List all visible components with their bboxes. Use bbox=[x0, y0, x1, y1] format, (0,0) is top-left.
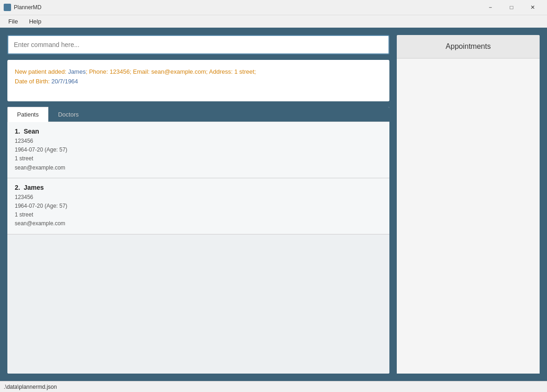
patient-item-2[interactable]: 2. James 123456 1964-07-20 (Age: 57) 1 s… bbox=[7, 178, 389, 234]
command-input[interactable] bbox=[7, 35, 389, 54]
patient-address-1: 1 street bbox=[15, 154, 382, 163]
patient-phone-2: 123456 bbox=[15, 193, 382, 202]
patient-email-1: sean@example.com bbox=[15, 164, 382, 172]
appointments-header: Appointments bbox=[397, 35, 540, 59]
notification-details: ; Phone: 123456; Email: sean@example.com… bbox=[86, 68, 256, 75]
notification-box: New patient added: James; Phone: 123456;… bbox=[7, 60, 389, 101]
close-button[interactable]: ✕ bbox=[522, 0, 543, 15]
menubar: File Help bbox=[0, 15, 547, 28]
patient-dob-2: 1964-07-20 (Age: 57) bbox=[15, 202, 382, 211]
right-panel: Appointments bbox=[397, 35, 540, 374]
tabs-area: Patients Doctors 1. Sean 123456 1964-07-… bbox=[7, 107, 389, 374]
patient-email-2: sean@example.com bbox=[15, 219, 382, 228]
patient-phone-1: 123456 bbox=[15, 137, 382, 146]
main-content: New patient added: James; Phone: 123456;… bbox=[0, 28, 547, 381]
patient-dob-1: 1964-07-20 (Age: 57) bbox=[15, 146, 382, 154]
tab-patients[interactable]: Patients bbox=[7, 107, 48, 122]
notification-prefix: New patient added: bbox=[15, 68, 68, 75]
titlebar-left: PlannerMD bbox=[4, 4, 41, 11]
app-icon bbox=[4, 4, 11, 11]
titlebar: PlannerMD − □ ✕ bbox=[0, 0, 547, 15]
menu-help[interactable]: Help bbox=[24, 16, 46, 27]
notification-text: New patient added: James; Phone: 123456;… bbox=[15, 67, 382, 87]
patient-address-2: 1 street bbox=[15, 211, 382, 219]
titlebar-title: PlannerMD bbox=[14, 4, 41, 11]
notification-dob-label: Date of Birth: bbox=[15, 78, 51, 85]
patient-item-1[interactable]: 1. Sean 123456 1964-07-20 (Age: 57) 1 st… bbox=[7, 122, 389, 178]
notification-name: James bbox=[68, 68, 86, 75]
notification-dob: 20/7/1964 bbox=[51, 78, 78, 85]
appointments-body bbox=[397, 59, 540, 374]
left-panel: New patient added: James; Phone: 123456;… bbox=[7, 35, 389, 374]
menu-file[interactable]: File bbox=[4, 16, 23, 27]
statusbar: .\data\plannermd.json bbox=[0, 381, 547, 392]
maximize-button[interactable]: □ bbox=[501, 0, 522, 15]
minimize-button[interactable]: − bbox=[480, 0, 501, 15]
statusbar-text: .\data\plannermd.json bbox=[4, 384, 57, 390]
patient-name-1: 1. Sean bbox=[15, 128, 382, 135]
patient-list-empty bbox=[7, 234, 389, 373]
tab-bar: Patients Doctors bbox=[7, 107, 389, 122]
patient-name-2: 2. James bbox=[15, 184, 382, 191]
titlebar-controls: − □ ✕ bbox=[480, 0, 543, 15]
tab-doctors[interactable]: Doctors bbox=[48, 107, 88, 122]
patient-list: 1. Sean 123456 1964-07-20 (Age: 57) 1 st… bbox=[7, 122, 389, 374]
